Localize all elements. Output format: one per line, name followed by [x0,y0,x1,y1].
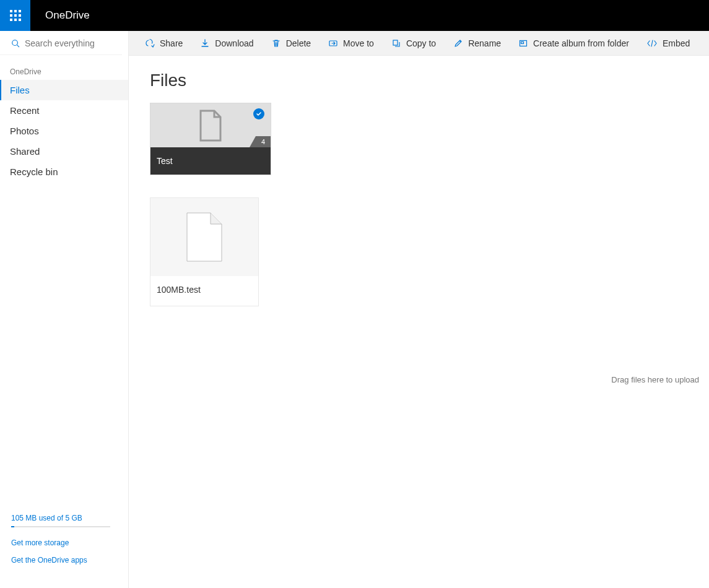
folder-item-count: 4 [256,136,271,147]
search-box[interactable] [0,31,122,55]
nav-shared[interactable]: Shared [0,141,128,162]
cmd-share[interactable]: Share [145,38,183,48]
folder-tile[interactable]: 4 Test [150,103,271,175]
cmd-album-label: Create album from folder [533,38,629,48]
drop-zone-hint: Drag files here to upload [611,375,699,384]
cmd-create-album[interactable]: Create album from folder [518,38,629,48]
file-tile[interactable]: 100MB.test [150,197,259,306]
cmd-download[interactable]: Download [200,38,253,48]
cmd-move-to[interactable]: Move to [328,38,374,48]
cmd-copy-to[interactable]: Copy to [391,38,436,48]
search-icon [11,38,20,48]
storage-usage[interactable]: 105 MB used of 5 GB [11,514,117,522]
brand-title: OneDrive [45,9,90,22]
nav-recent[interactable]: Recent [0,100,128,121]
download-icon [200,38,210,48]
folder-name: Test [150,147,271,175]
cmd-delete[interactable]: Delete [271,38,311,48]
generic-file-icon [186,212,222,262]
nav-recycle-bin[interactable]: Recycle bin [0,162,128,182]
cmd-share-label: Share [160,38,183,48]
embed-icon [646,38,658,48]
waffle-icon [10,10,21,21]
svg-point-0 [12,40,18,46]
search-input[interactable] [25,38,113,48]
file-name: 100MB.test [150,276,258,306]
breadcrumb-root[interactable]: OneDrive [0,55,128,80]
svg-line-1 [17,45,19,47]
cmd-embed-label: Embed [663,38,690,48]
copy-icon [391,38,401,48]
app-launcher[interactable] [0,0,30,31]
cmd-move-label: Move to [343,38,374,48]
storage-bar [11,526,110,527]
cmd-download-label: Download [215,38,253,48]
svg-rect-3 [393,40,398,45]
page-title: Files [150,71,688,90]
cmd-delete-label: Delete [286,38,311,48]
svg-rect-5 [521,41,524,43]
cmd-embed[interactable]: Embed [646,38,690,48]
command-bar: Share Download Delete Move to Copy to Re… [129,31,709,56]
nav-files[interactable]: Files [0,80,128,100]
file-icon [198,110,223,142]
cmd-rename[interactable]: Rename [453,38,501,48]
album-icon [518,38,528,48]
delete-icon [271,38,281,48]
share-icon [145,38,155,48]
move-icon [328,38,338,48]
cmd-copy-label: Copy to [406,38,436,48]
nav-photos[interactable]: Photos [0,121,128,141]
get-apps-link[interactable]: Get the OneDrive apps [11,556,117,564]
rename-icon [453,38,463,48]
cmd-rename-label: Rename [468,38,501,48]
selected-check-icon [253,108,264,119]
get-more-storage-link[interactable]: Get more storage [11,538,117,547]
